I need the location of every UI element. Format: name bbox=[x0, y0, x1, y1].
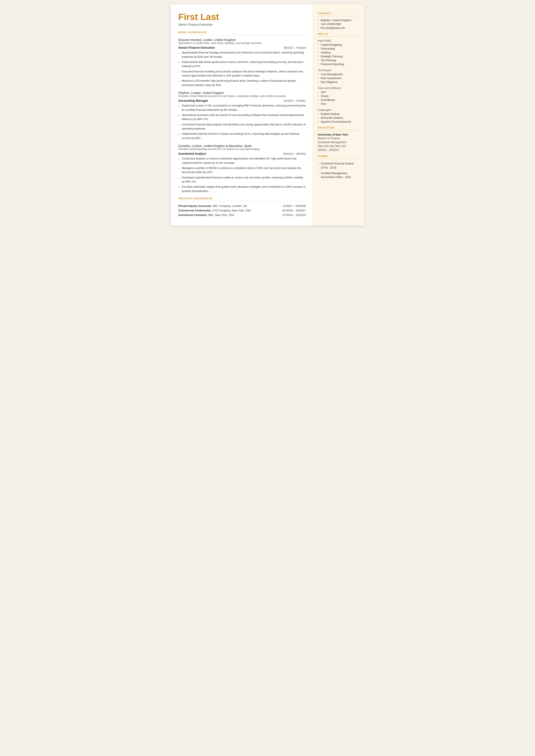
other-divider bbox=[318, 159, 360, 159]
job-1: Resume Worded, London, United Kingdom Sp… bbox=[179, 38, 306, 87]
edu-field: Investment Management bbox=[318, 140, 360, 144]
list-item: Implemented internal controls to reduce … bbox=[179, 132, 306, 140]
list-item: Oracle bbox=[318, 95, 360, 98]
contact-list: Brighton, United Kingdom +44 1234567890 … bbox=[318, 19, 360, 30]
candidate-subtitle: Senior Finance Executive bbox=[179, 23, 306, 26]
resume-wrapper: First Last Senior Finance Executive WORK… bbox=[171, 4, 365, 226]
prev-exp-2: Commercial Underwriter, XYZ Company, New… bbox=[179, 209, 306, 212]
job-2-bullets: Supervised a team of 30+ accountants in … bbox=[179, 104, 306, 140]
role-2-row: Accounting Manager 10/2019 – 07/2021 bbox=[179, 99, 306, 102]
prev-exp-3-title: Investment Assistant, ABC, New York, USA bbox=[179, 213, 235, 216]
list-item: Mentored a 20-member high-performing fin… bbox=[179, 79, 306, 87]
edu-degree: Master's in Finance bbox=[318, 136, 360, 140]
list-item: Conducted financial data analysis and id… bbox=[179, 123, 306, 131]
list-item: Financial Reporting bbox=[318, 63, 360, 66]
prev-exp-2-title: Commercial Underwriter, XYZ Company, New… bbox=[179, 209, 251, 212]
skills-heading: SKILLS bbox=[318, 33, 360, 35]
techniques-label: Techniques: bbox=[318, 69, 360, 72]
hard-skills-label: Hard Skills: bbox=[318, 39, 360, 42]
techniques-list: Cost Management Risk Assessment Due Dili… bbox=[318, 73, 360, 84]
education-heading: EDUCATION bbox=[318, 126, 360, 129]
list-item: Spearheaded financial strategy developme… bbox=[179, 51, 306, 59]
list-item: Forecasting bbox=[318, 47, 360, 50]
previous-experience-heading: PREVIOUS EXPERIENCE bbox=[179, 197, 306, 200]
education-divider bbox=[318, 130, 360, 130]
other-list: Chartered Financial Analyst (CFA) - 2019… bbox=[318, 162, 360, 179]
role-3-row: Investment Analyst 06/2018 – 09/2019 bbox=[179, 152, 306, 155]
contact-heading: CONTACT bbox=[318, 12, 360, 14]
previous-experience-divider bbox=[179, 201, 306, 201]
company-3-desc: Provides virtual banking services for ca… bbox=[179, 148, 306, 151]
company-2-name: Polyhire, London, United Kingdom bbox=[179, 91, 306, 95]
role-1-dates: 08/2021 – Present bbox=[284, 46, 306, 49]
list-item: Tax Planning bbox=[318, 59, 360, 62]
list-item: Executed financial modeling and scenario… bbox=[179, 70, 306, 78]
candidate-name: First Last bbox=[179, 12, 306, 22]
list-item: Cost Management bbox=[318, 73, 360, 76]
list-item: Due Diligence bbox=[318, 81, 360, 84]
job-3: Growthsi, London, United Kingdom & Barce… bbox=[179, 144, 306, 193]
languages-list: English (Native) Romanian (Native) Spani… bbox=[318, 113, 360, 123]
prev-exp-2-dates: 01/2016 – 10/2017 bbox=[282, 209, 306, 212]
list-item: Auditing bbox=[318, 51, 360, 54]
list-item: Implemented data-driven performance metr… bbox=[179, 60, 306, 69]
role-3-dates: 06/2018 – 09/2019 bbox=[283, 153, 306, 155]
list-item: Xero bbox=[318, 102, 360, 105]
list-item: Risk Assessment bbox=[318, 77, 360, 80]
prev-exp-1: Private Equity Associate, ABC Company, L… bbox=[179, 204, 306, 208]
list-item: Certified Management Accountant (CMA) - … bbox=[318, 171, 360, 180]
list-item: Chartered Financial Analyst (CFA) - 2019 bbox=[318, 162, 360, 170]
edu-school: University of New York bbox=[318, 133, 360, 136]
list-item: QuickBooks bbox=[318, 98, 360, 101]
company-2-desc: Provides virtual financial services for … bbox=[179, 95, 306, 98]
company-1-name: Resume Worded, London, United Kingdom bbox=[179, 38, 306, 42]
list-item: Strategic Planning bbox=[318, 55, 360, 58]
role-2-dates: 10/2019 – 07/2021 bbox=[283, 99, 306, 102]
list-item: Provided actionable insights that guided… bbox=[179, 185, 306, 193]
contact-divider bbox=[318, 16, 360, 16]
hard-skills-list: Capital Budgeting Forecasting Auditing S… bbox=[318, 43, 360, 66]
list-item: Supervised a team of 30+ accountants in … bbox=[179, 104, 306, 112]
list-item: SAP bbox=[318, 91, 360, 94]
work-experience-divider bbox=[179, 35, 306, 35]
prev-exp-3: Investment Assistant, ABC, New York, USA… bbox=[179, 213, 306, 216]
edu-dates: 10/2011 - 06/2014 bbox=[318, 148, 360, 152]
list-item: Developed sophisticated financial models… bbox=[179, 176, 306, 184]
prev-exp-1-dates: 11/2017 – 05/2018 bbox=[282, 204, 306, 208]
job-2: Polyhire, London, United Kingdom Provide… bbox=[179, 91, 306, 140]
list-item: first.last@gmail.com bbox=[318, 26, 360, 30]
work-experience-heading: WORK EXPERIENCE bbox=[179, 31, 306, 34]
role-3-title: Investment Analyst bbox=[179, 152, 206, 155]
list-item: Brighton, United Kingdom bbox=[318, 19, 360, 22]
list-item: Romanian (Native) bbox=[318, 116, 360, 119]
main-column: First Last Senior Finance Executive WORK… bbox=[171, 4, 313, 226]
tools-list: SAP Oracle QuickBooks Xero bbox=[318, 91, 360, 105]
tools-label: Tools and Software: bbox=[318, 87, 360, 90]
role-2-title: Accounting Manager bbox=[179, 99, 208, 102]
list-item: Conducted analysis on various investment… bbox=[179, 157, 306, 165]
list-item: Spanish (Conversational) bbox=[318, 120, 360, 123]
sidebar-column: CONTACT Brighton, United Kingdom +44 123… bbox=[313, 4, 365, 226]
list-item: Streamlined processes with the launch of… bbox=[179, 113, 306, 122]
list-item: English (Native) bbox=[318, 113, 360, 116]
job-3-bullets: Conducted analysis on various investment… bbox=[179, 157, 306, 193]
list-item: +44 1234567890 bbox=[318, 23, 360, 26]
job-1-bullets: Spearheaded financial strategy developme… bbox=[179, 51, 306, 87]
education-1: University of New York Master's in Finan… bbox=[318, 133, 360, 152]
list-item: Managed a portfolio of $230K to achieve … bbox=[179, 166, 306, 175]
role-1-row: Senior Finance Executive 08/2021 – Prese… bbox=[179, 46, 306, 49]
other-heading: OTHER bbox=[318, 155, 360, 157]
role-1-title: Senior Finance Executive bbox=[179, 46, 215, 49]
company-3-name: Growthsi, London, United Kingdom & Barce… bbox=[179, 144, 306, 148]
prev-exp-1-title: Private Equity Associate, ABC Company, L… bbox=[179, 204, 247, 208]
list-item: Capital Budgeting bbox=[318, 43, 360, 46]
languages-label: Languages: bbox=[318, 108, 360, 111]
edu-location: New York City, New York bbox=[318, 144, 360, 148]
prev-exp-3-dates: 07/2014 – 12/2015 bbox=[282, 213, 306, 216]
company-1-desc: Specializes in credit cards, auto loans,… bbox=[179, 42, 306, 44]
